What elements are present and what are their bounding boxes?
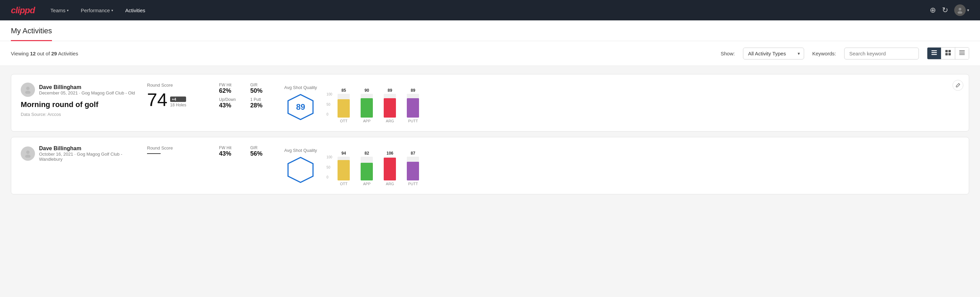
oneputt-label: 1 Putt: [250, 97, 274, 102]
bar-x-label: PUTT: [408, 182, 418, 186]
gir-value-2: 56%: [250, 150, 274, 157]
view-compact-button[interactable]: [955, 48, 969, 59]
bar-x-label: PUTT: [408, 119, 418, 123]
page-title-row: My Activities: [11, 21, 969, 41]
shot-quality-section: Avg Shot Quality 89 100 50: [284, 83, 423, 123]
fw-hit-value: 62%: [219, 87, 242, 94]
bar-fill: [407, 162, 419, 180]
bar-wrapper: [361, 94, 373, 118]
bar-group: 85OTT: [334, 88, 354, 123]
bar-value-label: 106: [387, 151, 393, 156]
navbar-right: ⊕ ↻ ▾: [930, 5, 969, 16]
stats-grid: FW Hit 62% GIR 50% Up/Down 43% 1 Putt 28…: [219, 83, 274, 109]
activity-type-dropdown[interactable]: All Activity Types: [743, 48, 804, 59]
hex-container-2: [284, 156, 317, 184]
score-row-2: [147, 153, 208, 154]
bar-value-label: 89: [388, 88, 392, 93]
bar-x-label: APP: [363, 119, 371, 123]
svg-marker-18: [288, 157, 313, 182]
bar-chart-wrap-2: 100 50 0 94OTT82APP106ARG87PUTT: [327, 151, 423, 186]
round-score-label: Round Score: [147, 83, 208, 88]
data-source: Data Source: Arccos: [21, 112, 136, 117]
bar-fill: [337, 160, 350, 180]
nav-performance[interactable]: Performance ▾: [76, 5, 118, 16]
nav-teams[interactable]: Teams ▾: [46, 5, 73, 16]
score-details: +4 18 Holes: [170, 96, 186, 109]
fw-hit-label-2: FW Hit: [219, 145, 242, 150]
bar-value-label: 87: [411, 151, 415, 156]
bar-fill: [361, 98, 373, 118]
bar-fill: [407, 98, 419, 118]
hexagon: 89: [287, 93, 314, 121]
golfer-info: Dave Billingham December 05, 2021 · Gog …: [39, 84, 135, 96]
shot-quality-label: Avg Shot Quality: [284, 85, 317, 90]
svg-rect-12: [959, 54, 965, 55]
svg-rect-2: [931, 50, 937, 51]
bar-fill: [384, 98, 396, 118]
bar-wrapper: [384, 94, 396, 118]
bar-fill: [337, 99, 350, 118]
add-icon[interactable]: ⊕: [930, 6, 936, 14]
bar-chart-2: 94OTT82APP106ARG87PUTT: [334, 151, 423, 186]
bar-wrapper: [337, 156, 350, 180]
shot-quality-wrapper: Avg Shot Quality 89: [284, 85, 317, 121]
bar-x-label: ARG: [386, 182, 394, 186]
score-value: 74: [147, 90, 167, 109]
bar-chart: 85OTT90APP89ARG89PUTT: [334, 88, 423, 123]
fw-hit-value-2: 43%: [219, 150, 242, 157]
bar-value-label: 82: [365, 151, 369, 156]
oneputt-value: 28%: [250, 102, 274, 109]
bar-fill: [384, 158, 396, 180]
bar-x-label: APP: [363, 182, 371, 186]
nav-activities[interactable]: Activities: [121, 5, 150, 16]
view-list-button[interactable]: [928, 48, 941, 59]
show-label: Show:: [721, 51, 735, 56]
edit-button[interactable]: [953, 80, 963, 91]
bar-group: 82APP: [356, 151, 377, 186]
fw-hit-stat-2: FW Hit 43%: [219, 145, 242, 157]
bar-wrapper: [337, 94, 350, 118]
score-dash: [147, 153, 161, 154]
bar-x-label: OTT: [340, 182, 347, 186]
hexagon-2: [287, 156, 314, 184]
view-toggle: [927, 47, 969, 59]
bar-wrapper: [384, 156, 396, 180]
shot-quality-section-2: Avg Shot Quality 100 50 0: [284, 145, 423, 186]
page-header: My Activities: [0, 21, 980, 41]
bar-group: 106ARG: [380, 151, 400, 186]
keywords-label: Keywords:: [812, 51, 836, 56]
gir-stat-2: GIR 56%: [250, 145, 274, 157]
keyword-input[interactable]: [844, 48, 919, 59]
round-score-label-2: Round Score: [147, 145, 208, 150]
golfer-row-2: Dave Billingham October 16, 2021 · Gog M…: [21, 145, 136, 162]
golfer-avatar: [21, 83, 35, 97]
view-grid-button[interactable]: [941, 48, 955, 59]
bar-group: 90APP: [356, 88, 377, 123]
nav-links: Teams ▾ Performance ▾ Activities: [46, 5, 919, 16]
shot-quality-wrapper-2: Avg Shot Quality: [284, 148, 317, 184]
golfer-name: Dave Billingham: [39, 84, 135, 90]
viewing-total: 29: [51, 51, 57, 56]
refresh-icon[interactable]: ↻: [942, 6, 948, 14]
main-content: Dave Billingham December 05, 2021 · Gog …: [0, 66, 980, 203]
user-chevron-icon: ▾: [967, 8, 969, 13]
golfer-info-2: Dave Billingham October 16, 2021 · Gog M…: [39, 145, 136, 162]
shot-quality-label-2: Avg Shot Quality: [284, 148, 317, 153]
oneputt-stat: 1 Putt 28%: [250, 97, 274, 109]
stats-grid-2: FW Hit 43% GIR 56%: [219, 145, 274, 157]
bar-wrapper: [407, 156, 419, 180]
viewing-count: 12: [30, 51, 36, 56]
user-avatar-wrap[interactable]: ▾: [954, 5, 969, 16]
score-holes: 18 Holes: [170, 103, 186, 107]
performance-chevron-icon: ▾: [111, 8, 113, 12]
bar-value-label: 89: [411, 88, 415, 93]
stats-section-2: FW Hit 43% GIR 56%: [219, 145, 274, 157]
bar-value-label: 90: [365, 88, 369, 93]
svg-point-0: [959, 8, 961, 11]
fw-hit-stat: FW Hit 62%: [219, 83, 242, 94]
app-logo: clippd: [11, 5, 35, 16]
svg-rect-9: [959, 50, 965, 51]
viewing-text: Viewing 12 out of 29 Activities: [11, 51, 713, 56]
page-title: My Activities: [11, 21, 52, 41]
svg-rect-8: [948, 53, 951, 55]
